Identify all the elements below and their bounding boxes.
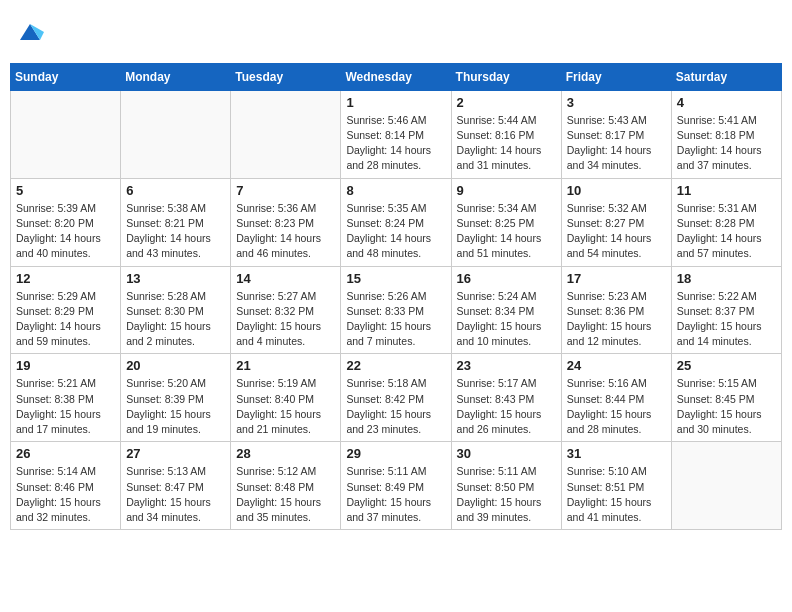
day-number: 30 (457, 446, 556, 461)
calendar-cell: 10Sunrise: 5:32 AMSunset: 8:27 PMDayligh… (561, 178, 671, 266)
day-info: Sunrise: 5:35 AMSunset: 8:24 PMDaylight:… (346, 201, 445, 262)
day-info: Sunrise: 5:32 AMSunset: 8:27 PMDaylight:… (567, 201, 666, 262)
day-number: 23 (457, 358, 556, 373)
day-number: 20 (126, 358, 225, 373)
day-info: Sunrise: 5:15 AMSunset: 8:45 PMDaylight:… (677, 376, 776, 437)
day-of-week-header: Saturday (671, 63, 781, 90)
day-info: Sunrise: 5:26 AMSunset: 8:33 PMDaylight:… (346, 289, 445, 350)
calendar-cell: 19Sunrise: 5:21 AMSunset: 8:38 PMDayligh… (11, 354, 121, 442)
day-number: 31 (567, 446, 666, 461)
day-info: Sunrise: 5:43 AMSunset: 8:17 PMDaylight:… (567, 113, 666, 174)
calendar-cell (231, 90, 341, 178)
day-info: Sunrise: 5:21 AMSunset: 8:38 PMDaylight:… (16, 376, 115, 437)
calendar-week-row: 12Sunrise: 5:29 AMSunset: 8:29 PMDayligh… (11, 266, 782, 354)
calendar-cell: 8Sunrise: 5:35 AMSunset: 8:24 PMDaylight… (341, 178, 451, 266)
calendar-cell: 3Sunrise: 5:43 AMSunset: 8:17 PMDaylight… (561, 90, 671, 178)
calendar-cell (11, 90, 121, 178)
day-number: 8 (346, 183, 445, 198)
calendar-cell: 1Sunrise: 5:46 AMSunset: 8:14 PMDaylight… (341, 90, 451, 178)
day-info: Sunrise: 5:46 AMSunset: 8:14 PMDaylight:… (346, 113, 445, 174)
day-info: Sunrise: 5:10 AMSunset: 8:51 PMDaylight:… (567, 464, 666, 525)
calendar-cell: 4Sunrise: 5:41 AMSunset: 8:18 PMDaylight… (671, 90, 781, 178)
day-number: 6 (126, 183, 225, 198)
day-number: 28 (236, 446, 335, 461)
day-number: 16 (457, 271, 556, 286)
day-number: 2 (457, 95, 556, 110)
day-info: Sunrise: 5:36 AMSunset: 8:23 PMDaylight:… (236, 201, 335, 262)
day-info: Sunrise: 5:19 AMSunset: 8:40 PMDaylight:… (236, 376, 335, 437)
day-info: Sunrise: 5:12 AMSunset: 8:48 PMDaylight:… (236, 464, 335, 525)
day-of-week-header: Monday (121, 63, 231, 90)
calendar-cell: 9Sunrise: 5:34 AMSunset: 8:25 PMDaylight… (451, 178, 561, 266)
calendar-cell: 21Sunrise: 5:19 AMSunset: 8:40 PMDayligh… (231, 354, 341, 442)
day-number: 10 (567, 183, 666, 198)
calendar-week-row: 26Sunrise: 5:14 AMSunset: 8:46 PMDayligh… (11, 442, 782, 530)
calendar-cell: 16Sunrise: 5:24 AMSunset: 8:34 PMDayligh… (451, 266, 561, 354)
calendar-cell: 12Sunrise: 5:29 AMSunset: 8:29 PMDayligh… (11, 266, 121, 354)
day-number: 14 (236, 271, 335, 286)
day-info: Sunrise: 5:24 AMSunset: 8:34 PMDaylight:… (457, 289, 556, 350)
calendar-cell: 26Sunrise: 5:14 AMSunset: 8:46 PMDayligh… (11, 442, 121, 530)
calendar-cell (121, 90, 231, 178)
calendar-cell: 25Sunrise: 5:15 AMSunset: 8:45 PMDayligh… (671, 354, 781, 442)
calendar-cell: 13Sunrise: 5:28 AMSunset: 8:30 PMDayligh… (121, 266, 231, 354)
day-info: Sunrise: 5:14 AMSunset: 8:46 PMDaylight:… (16, 464, 115, 525)
day-number: 12 (16, 271, 115, 286)
day-number: 25 (677, 358, 776, 373)
calendar-cell: 2Sunrise: 5:44 AMSunset: 8:16 PMDaylight… (451, 90, 561, 178)
day-number: 22 (346, 358, 445, 373)
day-info: Sunrise: 5:18 AMSunset: 8:42 PMDaylight:… (346, 376, 445, 437)
calendar-cell: 14Sunrise: 5:27 AMSunset: 8:32 PMDayligh… (231, 266, 341, 354)
calendar-header: SundayMondayTuesdayWednesdayThursdayFrid… (11, 63, 782, 90)
page-header (10, 10, 782, 63)
day-info: Sunrise: 5:27 AMSunset: 8:32 PMDaylight:… (236, 289, 335, 350)
day-info: Sunrise: 5:34 AMSunset: 8:25 PMDaylight:… (457, 201, 556, 262)
calendar-cell: 5Sunrise: 5:39 AMSunset: 8:20 PMDaylight… (11, 178, 121, 266)
day-number: 17 (567, 271, 666, 286)
day-info: Sunrise: 5:41 AMSunset: 8:18 PMDaylight:… (677, 113, 776, 174)
day-number: 18 (677, 271, 776, 286)
calendar-cell: 28Sunrise: 5:12 AMSunset: 8:48 PMDayligh… (231, 442, 341, 530)
day-info: Sunrise: 5:22 AMSunset: 8:37 PMDaylight:… (677, 289, 776, 350)
calendar-cell: 15Sunrise: 5:26 AMSunset: 8:33 PMDayligh… (341, 266, 451, 354)
day-number: 29 (346, 446, 445, 461)
day-info: Sunrise: 5:23 AMSunset: 8:36 PMDaylight:… (567, 289, 666, 350)
calendar-cell (671, 442, 781, 530)
day-info: Sunrise: 5:17 AMSunset: 8:43 PMDaylight:… (457, 376, 556, 437)
day-number: 27 (126, 446, 225, 461)
day-number: 19 (16, 358, 115, 373)
calendar-cell: 23Sunrise: 5:17 AMSunset: 8:43 PMDayligh… (451, 354, 561, 442)
day-number: 4 (677, 95, 776, 110)
calendar-cell: 18Sunrise: 5:22 AMSunset: 8:37 PMDayligh… (671, 266, 781, 354)
logo-icon (16, 18, 44, 46)
calendar-week-row: 1Sunrise: 5:46 AMSunset: 8:14 PMDaylight… (11, 90, 782, 178)
day-number: 21 (236, 358, 335, 373)
day-of-week-header: Wednesday (341, 63, 451, 90)
logo (14, 18, 44, 51)
day-info: Sunrise: 5:20 AMSunset: 8:39 PMDaylight:… (126, 376, 225, 437)
day-number: 1 (346, 95, 445, 110)
calendar-cell: 27Sunrise: 5:13 AMSunset: 8:47 PMDayligh… (121, 442, 231, 530)
day-info: Sunrise: 5:16 AMSunset: 8:44 PMDaylight:… (567, 376, 666, 437)
calendar-week-row: 19Sunrise: 5:21 AMSunset: 8:38 PMDayligh… (11, 354, 782, 442)
day-of-week-header: Sunday (11, 63, 121, 90)
day-info: Sunrise: 5:29 AMSunset: 8:29 PMDaylight:… (16, 289, 115, 350)
calendar-cell: 6Sunrise: 5:38 AMSunset: 8:21 PMDaylight… (121, 178, 231, 266)
calendar-cell: 30Sunrise: 5:11 AMSunset: 8:50 PMDayligh… (451, 442, 561, 530)
day-number: 3 (567, 95, 666, 110)
calendar-cell: 29Sunrise: 5:11 AMSunset: 8:49 PMDayligh… (341, 442, 451, 530)
day-info: Sunrise: 5:11 AMSunset: 8:50 PMDaylight:… (457, 464, 556, 525)
calendar-week-row: 5Sunrise: 5:39 AMSunset: 8:20 PMDaylight… (11, 178, 782, 266)
day-info: Sunrise: 5:11 AMSunset: 8:49 PMDaylight:… (346, 464, 445, 525)
day-number: 26 (16, 446, 115, 461)
day-number: 7 (236, 183, 335, 198)
day-info: Sunrise: 5:28 AMSunset: 8:30 PMDaylight:… (126, 289, 225, 350)
calendar-cell: 7Sunrise: 5:36 AMSunset: 8:23 PMDaylight… (231, 178, 341, 266)
calendar-cell: 22Sunrise: 5:18 AMSunset: 8:42 PMDayligh… (341, 354, 451, 442)
day-info: Sunrise: 5:38 AMSunset: 8:21 PMDaylight:… (126, 201, 225, 262)
day-number: 9 (457, 183, 556, 198)
day-of-week-header: Friday (561, 63, 671, 90)
calendar-cell: 17Sunrise: 5:23 AMSunset: 8:36 PMDayligh… (561, 266, 671, 354)
calendar-table: SundayMondayTuesdayWednesdayThursdayFrid… (10, 63, 782, 530)
day-info: Sunrise: 5:31 AMSunset: 8:28 PMDaylight:… (677, 201, 776, 262)
